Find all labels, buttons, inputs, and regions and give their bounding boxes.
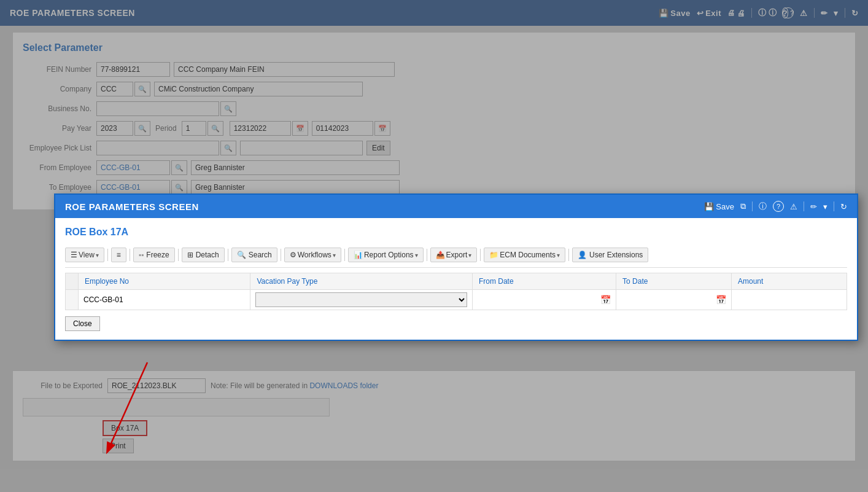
workflows-label: Workflows [298,251,331,259]
detach-button[interactable]: ⊞ Detach [182,248,225,262]
format-button[interactable]: ≡ [111,248,126,262]
employee-no-value: CCC-GB-01 [83,295,123,304]
toolbar-sep3 [178,249,179,261]
detach-icon: ⊞ [187,251,193,259]
cell-from-date[interactable]: 📅 [472,290,616,310]
modal-warn-icon[interactable]: ⚠ [790,202,797,211]
toolbar-sep7 [427,249,427,261]
search-icon: 🔍 [237,251,246,259]
toolbar-sep5 [281,249,281,261]
export-button[interactable]: 📤 Export ▾ [430,248,478,262]
modal-info-icon[interactable]: ⓘ [759,201,767,212]
search-button[interactable]: 🔍 Search [231,248,277,262]
cell-employee-no: CCC-GB-01 [79,290,250,310]
view-dropdown-arrow: ▾ [96,252,99,259]
cell-to-date[interactable]: 📅 [616,290,732,310]
modal-toolbar: ☰ View ▾ ≡ ▪▪ Freeze ⊞ Detach 🔍 Search [65,245,847,268]
report-options-label: Report Options [364,251,414,259]
modal-body: ROE Box 17A ☰ View ▾ ≡ ▪▪ Freeze ⊞ Detac… [55,218,857,340]
col-to-date: To Date [616,273,732,290]
row-selector-cell [66,290,79,310]
toolbar-sep8 [480,249,481,261]
export-label: Export [446,251,468,259]
ecm-dropdown-arrow: ▾ [557,252,560,259]
cal-icon-from[interactable]: 📅 [600,295,611,305]
modal-save-label: Save [716,202,734,211]
cell-vacation-pay-type[interactable] [250,290,473,310]
view-icon: ☰ [71,251,77,259]
modal-edit-icon[interactable]: ✏ [810,202,817,211]
ecm-icon: 📁 [489,251,498,259]
toolbar-sep2 [130,249,130,261]
user-extensions-icon: 👤 [578,251,587,259]
modal-dropdown-icon[interactable]: ▾ [823,202,827,211]
user-extensions-label: User Extensions [589,251,643,259]
detach-label: Detach [196,251,219,259]
col-vacation-pay-type: Vacation Pay Type [250,273,473,290]
view-button[interactable]: ☰ View ▾ [65,248,104,262]
modal-save-icon: 💾 [704,202,714,211]
report-options-icon: 📊 [354,251,363,259]
table-row: CCC-GB-01 📅 📅 [66,290,847,310]
modal-title: ROE PARAMETERS SCREEN [65,201,199,212]
view-label: View [79,251,95,259]
modal-header: ROE PARAMETERS SCREEN 💾 Save ⧉ ⓘ ? ⚠ ✏ ▾… [55,195,857,218]
col-from-date: From Date [472,273,616,290]
workflows-button[interactable]: ⚙ Workflows ▾ [284,248,341,262]
modal-copy-icon[interactable]: ⧉ [740,201,746,211]
toolbar-sep1 [107,249,108,261]
cal-icon-to[interactable]: 📅 [716,295,726,305]
workflows-icon: ⚙ [290,251,296,259]
toolbar-sep9 [568,249,569,261]
freeze-button[interactable]: ▪▪ Freeze [133,248,175,262]
modal-save-button[interactable]: 💾 Save [704,202,734,211]
user-extensions-button[interactable]: 👤 User Extensions [572,248,648,262]
format-icon: ≡ [117,251,121,259]
report-dropdown-arrow: ▾ [415,252,418,259]
toolbar-sep4 [228,249,228,261]
close-button[interactable]: Close [65,316,100,331]
modal-refresh-icon[interactable]: ↻ [840,202,847,211]
freeze-icon: ▪▪ [139,251,144,259]
freeze-label: Freeze [146,251,169,259]
toolbar-sep6 [344,249,345,261]
export-icon: 📤 [436,251,445,259]
modal-section-title: ROE Box 17A [65,227,847,238]
row-selector-header [66,273,79,290]
export-dropdown-arrow: ▾ [468,252,471,259]
cell-amount[interactable] [732,290,847,310]
vacation-pay-type-select[interactable] [255,292,467,307]
search-label: Search [249,251,272,259]
report-options-button[interactable]: 📊 Report Options ▾ [348,248,424,262]
col-amount: Amount [732,273,847,290]
data-table: Employee No Vacation Pay Type From Date … [65,273,847,310]
workflows-dropdown-arrow: ▾ [333,252,336,259]
ecm-label: ECM Documents [500,251,556,259]
modal-dialog: ROE PARAMETERS SCREEN 💾 Save ⧉ ⓘ ? ⚠ ✏ ▾… [54,193,858,341]
modal-help-icon[interactable]: ? [773,201,784,212]
ecm-button[interactable]: 📁 ECM Documents ▾ [484,248,565,262]
col-employee-no: Employee No [79,273,250,290]
